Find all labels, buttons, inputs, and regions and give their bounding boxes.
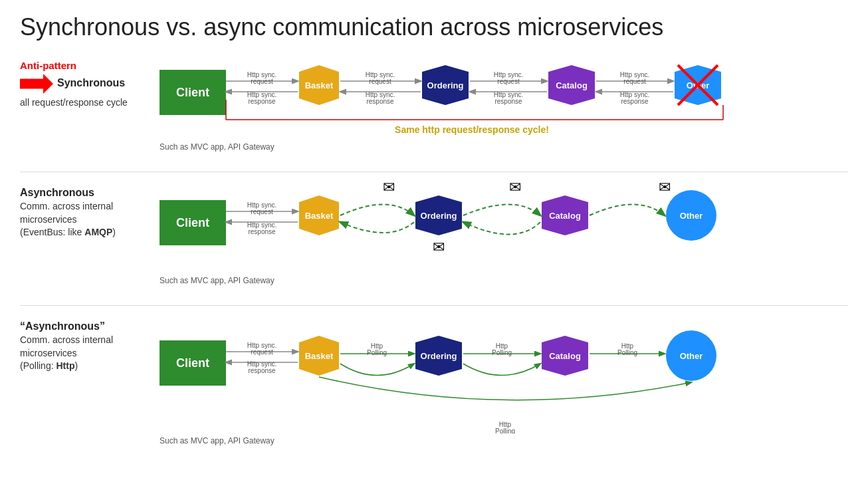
other-label3: Other	[680, 351, 703, 361]
s2-o-c-top	[463, 205, 540, 216]
divider2	[20, 305, 848, 306]
divider1	[20, 172, 848, 172]
section2-desc: Comm. across internal microservices	[20, 200, 153, 226]
section1-diagram: Client Basket Ordering Catalog Other Htt…	[153, 53, 848, 152]
s3-big-arc	[319, 377, 691, 400]
c-ot-bot-label2: response	[621, 98, 649, 105]
arrow-red-icon	[20, 74, 53, 94]
envelope2: ✉	[509, 180, 521, 195]
section2-title: Asynchronous	[20, 187, 153, 199]
o-c-bot-label2: response	[494, 98, 522, 105]
s3-o-c-arc-bot	[463, 364, 540, 376]
s3-b-o-pol2: Polling	[367, 349, 387, 356]
section1-desc: all request/response cycle	[20, 96, 153, 110]
s3-o-c-pol2: Polling	[492, 349, 512, 356]
c-b-top-label2: request	[251, 78, 273, 85]
c-b-bot-label2: response	[248, 98, 276, 105]
ordering-label2: Ordering	[421, 211, 457, 221]
s3-c-ot-pol2: Polling	[617, 349, 637, 356]
s2-c-b-top-l2: request	[251, 208, 273, 215]
section3-sublabel: Such as MVC app, API Gateway	[160, 436, 848, 445]
catalog-label: Catalog	[556, 80, 588, 90]
s2-o-b-bot	[340, 222, 414, 233]
section3-label: “Asynchronous” Comm. across internal mic…	[20, 314, 153, 373]
catalog-label2: Catalog	[549, 211, 581, 221]
section1: Anti-pattern Synchronous all request/res…	[20, 53, 848, 152]
client-label2: Client	[176, 216, 209, 229]
s2-c-b-bot-l2: response	[248, 228, 276, 235]
envelope1: ✉	[383, 180, 395, 195]
section2-svg: Client Basket Ordering Catalog Other Htt…	[153, 180, 751, 273]
client-label: Client	[176, 86, 209, 99]
c-ot-top-label2: request	[623, 78, 646, 85]
o-c-top-label2: request	[497, 78, 520, 85]
anti-pattern-label: Anti-pattern	[20, 60, 153, 71]
section3-title: “Asynchronous”	[20, 320, 153, 332]
s2-c-ot-top	[590, 205, 665, 216]
section2: Asynchronous Comm. across internal micro…	[20, 180, 848, 285]
envelope4: ✉	[433, 239, 445, 255]
b-o-top-label2: request	[369, 78, 391, 85]
page-title: Synchronous vs. async communication acro…	[20, 13, 848, 41]
other-label2: Other	[680, 211, 703, 221]
section2-sublabel: Such as MVC app, API Gateway	[160, 276, 848, 285]
section3-svg: Client Basket Ordering Catalog Other Htt…	[153, 314, 764, 433]
s3-c-b-bot-l2: response	[248, 367, 276, 374]
basket-label: Basket	[305, 80, 334, 90]
b-o-bot-label2: response	[366, 98, 394, 105]
s3-big-arc-pol2: Polling	[495, 427, 515, 433]
section1-title: Synchronous	[57, 77, 125, 89]
section3: “Asynchronous” Comm. across internal mic…	[20, 314, 848, 445]
s2-b-o-top	[340, 205, 414, 216]
envelope3: ✉	[659, 180, 671, 195]
s3-c-b-top-l2: request	[251, 348, 273, 356]
basket-label3: Basket	[305, 351, 334, 361]
section3-desc2: (Polling: Http)	[20, 360, 153, 373]
section1-sublabel: Such as MVC app, API Gateway	[160, 142, 848, 152]
s3-b-o-arc-bot	[340, 364, 414, 376]
section2-diagram: Client Basket Ordering Catalog Other Htt…	[153, 180, 848, 285]
basket-label2: Basket	[305, 211, 334, 221]
section3-diagram: Client Basket Ordering Catalog Other Htt…	[153, 314, 848, 445]
s2-c-o-bot	[463, 222, 540, 235]
section1-svg: Client Basket Ordering Catalog Other Htt…	[153, 53, 751, 140]
section2-desc2: (EventBus: like AMQP)	[20, 226, 153, 239]
client-label3: Client	[176, 356, 209, 370]
ordering-label3: Ordering	[421, 351, 457, 361]
catalog-label3: Catalog	[549, 351, 581, 361]
section3-desc: Comm. across internal microservices	[20, 334, 153, 360]
section2-label: Asynchronous Comm. across internal micro…	[20, 180, 153, 239]
ordering-label: Ordering	[427, 80, 464, 90]
section1-label: Anti-pattern Synchronous all request/res…	[20, 53, 153, 110]
same-cycle-text: Same http request/response cycle!	[395, 124, 549, 135]
